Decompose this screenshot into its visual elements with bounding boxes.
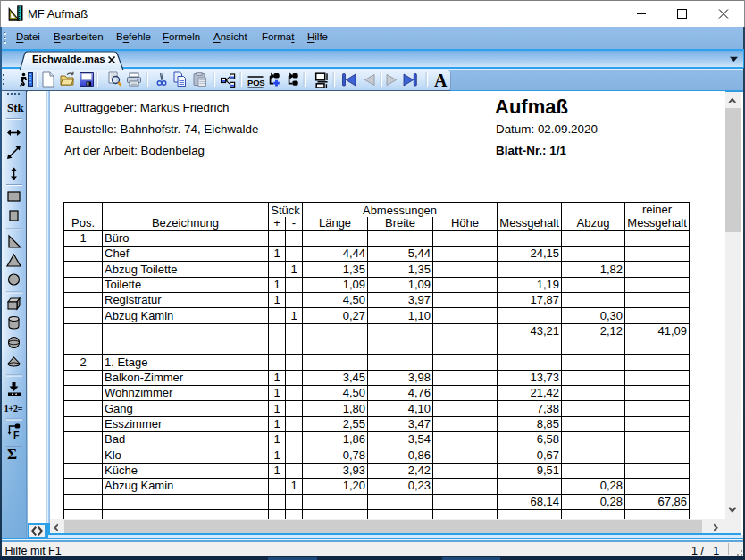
svg-text:F: F bbox=[13, 430, 20, 440]
svg-text:POS: POS bbox=[247, 78, 264, 88]
svg-text:Σ: Σ bbox=[7, 446, 17, 463]
svg-text:A: A bbox=[434, 71, 448, 90]
svg-text:1+2=: 1+2= bbox=[4, 404, 23, 414]
svg-text:Stk: Stk bbox=[7, 101, 25, 114]
